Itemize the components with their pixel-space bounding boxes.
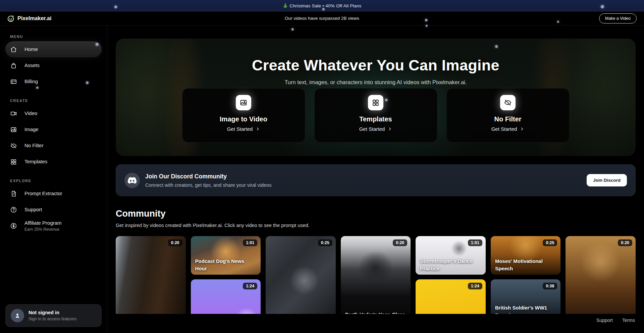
get-started-link[interactable]: Get Started xyxy=(227,126,260,132)
promo-banner: 🎄 Christmas Sale • 40% Off All Plans xyxy=(0,0,644,11)
video-column: 0:25Moses' Motivational Speech0:38Britis… xyxy=(491,236,561,314)
video-title: Podcast Dog's News Hour xyxy=(195,258,257,272)
hero-card-image-to-video[interactable]: Image to VideoGet Started xyxy=(182,88,305,143)
discord-subtitle: Connect with creators, get tips, and sha… xyxy=(145,182,271,188)
sidebar-item-no-filter[interactable]: No Filter xyxy=(5,137,102,154)
video-thumbnail[interactable]: 0:25 xyxy=(266,236,336,314)
filter-off-icon xyxy=(10,142,17,149)
hero-card-no-filter[interactable]: No FilterGet Started xyxy=(446,88,570,143)
discord-title: Join Our Discord Community xyxy=(145,173,271,180)
duration-badge: 0:20 xyxy=(618,239,632,246)
home-icon xyxy=(10,46,17,53)
duration-badge: 0:20 xyxy=(168,239,182,246)
sidebar-item-video[interactable]: Video xyxy=(5,105,102,121)
avatar xyxy=(11,309,24,322)
signin-card[interactable]: Not signed in Sign in to access features xyxy=(5,304,102,327)
signin-subtitle: Sign in to access features xyxy=(29,317,76,321)
footer: SupportTerms xyxy=(116,314,636,327)
make-a-video-button[interactable]: Make a Video xyxy=(599,13,637,23)
get-started-link[interactable]: Get Started xyxy=(491,126,525,132)
hero-card-title: Templates xyxy=(359,115,392,123)
hero-card-templates[interactable]: TemplatesGet Started xyxy=(314,88,437,143)
video-title: Stormtrooper's Dance Practice xyxy=(420,258,481,272)
sidebar-item-affiliate-program[interactable]: Affiliate ProgramEarn 25% Revenue xyxy=(5,218,102,234)
duration-badge: 0:25 xyxy=(543,239,557,246)
sidebar-item-label: Image xyxy=(24,126,39,132)
grid-icon xyxy=(368,95,383,110)
logo-icon xyxy=(7,15,15,22)
video-thumbnail[interactable]: 1:01Stormtrooper's Dance Practice xyxy=(416,236,486,275)
duration-badge: 0:25 xyxy=(318,239,332,246)
video-column: 0:20Darth Vader's Yoga Class xyxy=(341,236,411,314)
hero-section: Create Whatever You Can Imagine Turn tex… xyxy=(116,39,636,156)
chevron-right-icon xyxy=(520,127,524,131)
promo-banner-text: 🎄 Christmas Sale • 40% Off All Plans xyxy=(282,3,362,8)
sidebar-item-home[interactable]: Home xyxy=(5,41,102,57)
sidebar-item-label: Billing xyxy=(24,78,38,84)
sidebar-item-sublabel: Earn 25% Revenue xyxy=(24,227,62,232)
sidebar-section-label: CREATE xyxy=(10,99,102,103)
duration-badge: 1:24 xyxy=(243,283,257,289)
sidebar-item-label: Assets xyxy=(24,62,40,68)
sidebar: MENUHomeAssetsBillingCREATEVideoImageNo … xyxy=(0,25,107,333)
sidebar-item-templates[interactable]: Templates xyxy=(5,154,102,170)
sidebar-item-label: Support xyxy=(24,207,42,212)
join-discord-button[interactable]: Join Discord xyxy=(587,174,627,186)
filter-off-icon xyxy=(500,95,516,110)
sidebar-item-label: Templates xyxy=(24,159,47,164)
video-thumbnail[interactable]: 0:20Darth Vader's Yoga Class xyxy=(341,236,411,314)
video-thumbnail[interactable]: 0:20 xyxy=(566,236,636,314)
video-title: Moses' Motivational Speech xyxy=(495,258,556,272)
sidebar-item-label: Prompt Extractor xyxy=(24,190,62,196)
video-thumbnail[interactable]: 1:24 xyxy=(416,279,486,314)
community-video-grid: 0:201:01Podcast Dog's News Hour1:240:250… xyxy=(116,236,636,314)
community-subtitle: Get inspired by videos created with Pixe… xyxy=(116,223,636,228)
hero-card-title: No Filter xyxy=(494,115,521,123)
credit-card-icon xyxy=(10,78,17,85)
video-column: 1:01Podcast Dog's News Hour1:24 xyxy=(191,236,261,314)
video-column: 1:01Stormtrooper's Dance Practice1:24 xyxy=(416,236,486,314)
duration-badge: 1:01 xyxy=(468,239,482,246)
video-title: British Soldier's WW1 Experience xyxy=(495,304,556,314)
sidebar-item-billing[interactable]: Billing xyxy=(5,73,102,90)
video-column: 0:25 xyxy=(266,236,336,314)
video-thumbnail[interactable]: 1:01Podcast Dog's News Hour xyxy=(191,236,261,275)
app-header: Pixelmaker.ai Our videos have surpassed … xyxy=(0,11,644,25)
sidebar-item-prompt-extractor[interactable]: Prompt Extractor xyxy=(5,185,102,202)
footer-link-terms[interactable]: Terms xyxy=(622,318,635,323)
sidebar-item-label: Affiliate Program xyxy=(24,220,62,226)
chevron-right-icon xyxy=(388,127,392,131)
duration-badge: 1:24 xyxy=(468,283,482,289)
logo[interactable]: Pixelmaker.ai xyxy=(7,15,51,22)
video-thumbnail[interactable]: 1:24 xyxy=(191,279,261,314)
chevron-right-icon xyxy=(256,127,260,131)
footer-link-support[interactable]: Support xyxy=(596,318,613,323)
get-started-link[interactable]: Get Started xyxy=(359,126,392,132)
sidebar-item-label: No Filter xyxy=(24,143,44,148)
person-icon xyxy=(14,312,21,319)
video-title: Darth Vader's Yoga Class xyxy=(345,311,407,314)
sidebar-item-assets[interactable]: Assets xyxy=(5,57,102,73)
hero-title: Create Whatever You Can Imagine xyxy=(116,57,636,74)
sidebar-section-label: EXPLORE xyxy=(10,179,102,183)
hero-card-title: Image to Video xyxy=(220,115,267,123)
sidebar-section-label: MENU xyxy=(10,35,102,39)
image-icon xyxy=(10,126,17,133)
sidebar-item-label: Home xyxy=(24,46,38,52)
discord-banner: Join Our Discord Community Connect with … xyxy=(116,164,636,196)
video-column: 0:20 xyxy=(116,236,186,314)
grid-icon xyxy=(10,158,17,165)
video-column: 0:20 xyxy=(566,236,636,314)
video-thumbnail[interactable]: 0:20 xyxy=(116,236,186,314)
sidebar-item-support[interactable]: Support xyxy=(5,202,102,218)
video-camera-icon xyxy=(10,110,17,117)
video-thumbnail[interactable]: 0:38British Soldier's WW1 Experience xyxy=(491,279,561,314)
community-section: Community Get inspired by videos created… xyxy=(116,209,636,228)
hero-subtitle: Turn text, images, or characters into st… xyxy=(116,79,636,86)
video-thumbnail[interactable]: 0:25Moses' Motivational Speech xyxy=(491,236,561,275)
community-title: Community xyxy=(116,209,636,219)
sidebar-item-image[interactable]: Image xyxy=(5,121,102,137)
sidebar-item-label: Video xyxy=(24,110,37,116)
file-text-icon xyxy=(10,190,17,197)
duration-badge: 1:01 xyxy=(243,239,257,246)
